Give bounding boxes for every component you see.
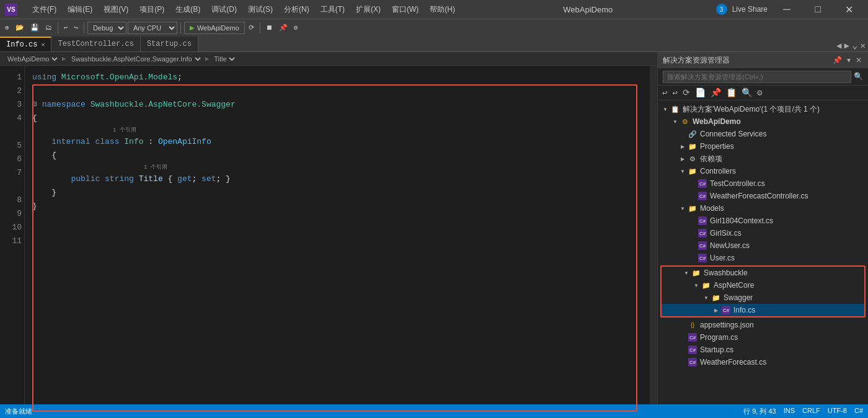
panel-tb-btn-6[interactable]: 📋 bbox=[724, 86, 738, 99]
menu-debug[interactable]: 调试(D) bbox=[206, 3, 242, 16]
tab-close-all-btn[interactable]: ✕ bbox=[861, 40, 866, 51]
aspnetcore-expand[interactable]: ▼ bbox=[691, 283, 701, 288]
swagger-expand[interactable]: ▼ bbox=[701, 295, 711, 301]
menu-build[interactable]: 生成(B) bbox=[170, 3, 205, 16]
menu-edit[interactable]: 编辑(E) bbox=[63, 3, 97, 16]
panel-close-btn[interactable]: ✕ bbox=[854, 55, 863, 66]
infocs-expand[interactable]: ▶ bbox=[711, 308, 721, 313]
menu-project[interactable]: 项目(P) bbox=[135, 3, 169, 16]
tree-girlsix[interactable]: C# GirlSix.cs bbox=[658, 227, 868, 239]
toolbar-btn-extra1[interactable]: ⏹ bbox=[264, 22, 275, 33]
toolbar-btn-extra3[interactable]: ⚙ bbox=[291, 22, 301, 33]
models-expand[interactable]: ▼ bbox=[678, 206, 688, 211]
tree-connected-services[interactable]: 🔗 Connected Services bbox=[658, 128, 868, 140]
tab-scroll-left[interactable]: ◀ bbox=[836, 40, 841, 51]
live-share-button[interactable]: Live Share bbox=[732, 5, 768, 14]
properties-expand[interactable]: ▶ bbox=[678, 144, 688, 149]
breadcrumb-project[interactable]: WebApiDemo bbox=[5, 55, 60, 63]
panel-tb-btn-4[interactable]: 📄 bbox=[693, 86, 707, 99]
tree-solution[interactable]: ▼ 📋 解决方案'WebApiDemo'(1 个项目/共 1 个) bbox=[658, 103, 868, 115]
tab-testcontroller[interactable]: TestController.cs bbox=[51, 37, 140, 51]
panel-tb-btn-7[interactable]: 🔍 bbox=[740, 86, 754, 99]
tree-project[interactable]: ▼ ⚙ WebApiDemo bbox=[658, 115, 868, 128]
debug-mode-dropdown[interactable]: Debug bbox=[87, 22, 126, 34]
tree-girl1804[interactable]: C# Girl1804Context.cs bbox=[658, 215, 868, 227]
tab-scroll-right[interactable]: ▶ bbox=[844, 40, 849, 51]
properties-folder-icon: 📁 bbox=[688, 141, 698, 151]
maximize-button[interactable]: □ bbox=[804, 0, 832, 19]
tree-area[interactable]: ▼ 📋 解决方案'WebApiDemo'(1 个项目/共 1 个) ▼ ⚙ We… bbox=[658, 100, 868, 418]
project-expand[interactable]: ▼ bbox=[670, 119, 680, 125]
swashbuckle-expand[interactable]: ▼ bbox=[681, 270, 691, 276]
redo-btn[interactable]: ↪ bbox=[71, 22, 81, 33]
menu-tools[interactable]: 工具(T) bbox=[316, 3, 350, 16]
panel-tb-btn-8[interactable]: ⚙ bbox=[755, 86, 764, 99]
menu-test[interactable]: 测试(S) bbox=[243, 3, 278, 16]
refresh-btn[interactable]: ⟳ bbox=[246, 22, 257, 33]
status-encoding[interactable]: UTF-8 bbox=[828, 407, 847, 416]
status-ins[interactable]: INS bbox=[784, 407, 795, 416]
undo-btn[interactable]: ↩ bbox=[61, 22, 71, 33]
panel-tb-btn-2[interactable]: ↩ bbox=[670, 86, 679, 99]
tree-swagger[interactable]: ▼ 📁 Swagger bbox=[662, 291, 864, 304]
tree-dependencies[interactable]: ▶ ⚙ 依赖项 bbox=[658, 153, 868, 165]
panel-pin-btn[interactable]: 📌 bbox=[831, 55, 843, 66]
menu-help[interactable]: 帮助(H) bbox=[425, 3, 460, 16]
tree-controllers[interactable]: ▼ 📁 Controllers bbox=[658, 165, 868, 177]
tree-properties[interactable]: ▶ 📁 Properties bbox=[658, 140, 868, 153]
breadcrumb-member[interactable]: Title bbox=[211, 55, 237, 63]
editor-content[interactable]: 1 2 3 4 5 6 7 8 9 10 11 bbox=[0, 66, 657, 418]
tree-info-cs[interactable]: ▶ C# Info.cs bbox=[662, 304, 864, 316]
notification-badge[interactable]: 3 bbox=[716, 4, 727, 15]
tree-testcontroller[interactable]: C# TestController.cs bbox=[658, 177, 868, 190]
minimize-button[interactable]: ─ bbox=[773, 0, 801, 19]
tree-program[interactable]: C# Program.cs bbox=[658, 331, 868, 344]
tree-weatherforecastcontroller[interactable]: C# WeatherForecastController.cs bbox=[658, 190, 868, 202]
panel-dropdown-btn[interactable]: ▾ bbox=[846, 55, 852, 66]
status-position[interactable]: 行 9, 列 43 bbox=[743, 407, 776, 416]
breadcrumb-namespace[interactable]: Swashbuckle.AspNetCore.Swagger.Info bbox=[69, 55, 203, 63]
status-crlf[interactable]: CRLF bbox=[802, 407, 820, 416]
solution-expand[interactable]: ▼ bbox=[660, 107, 670, 112]
testcontroller-label: TestController.cs bbox=[710, 179, 765, 188]
tree-weatherforecast[interactable]: C# WeatherForecast.cs bbox=[658, 356, 868, 368]
panel-tb-btn-5[interactable]: 📌 bbox=[709, 86, 723, 99]
menu-extensions[interactable]: 扩展(X) bbox=[351, 3, 386, 16]
menu-view[interactable]: 视图(V) bbox=[99, 3, 133, 16]
panel-title-bar: 解决方案资源管理器 📌 ▾ ✕ bbox=[658, 52, 868, 68]
window-controls: ─ □ ✕ bbox=[773, 0, 863, 19]
tree-appsettings[interactable]: {} appsettings.json bbox=[658, 319, 868, 331]
save-all-btn[interactable]: 🗂 bbox=[43, 22, 55, 33]
panel-tb-btn-1[interactable]: ↩ bbox=[660, 86, 669, 99]
open-btn[interactable]: 📂 bbox=[13, 22, 27, 33]
testcontroller-expand bbox=[688, 181, 698, 187]
new-project-btn[interactable]: ⊕ bbox=[2, 22, 12, 33]
editor-scrollbar[interactable] bbox=[650, 66, 657, 418]
code-area[interactable]: using Microsoft.OpenApi.Models; ⊟ namesp… bbox=[25, 66, 650, 418]
menu-window[interactable]: 窗口(W) bbox=[387, 3, 423, 16]
tab-dropdown-btn[interactable]: ⌄ bbox=[852, 39, 858, 51]
panel-tb-btn-3[interactable]: ⟳ bbox=[681, 86, 692, 99]
cpu-mode-dropdown[interactable]: Any CPU bbox=[128, 22, 177, 34]
tree-startup[interactable]: C# Startup.cs bbox=[658, 344, 868, 356]
tree-models[interactable]: ▼ 📁 Models bbox=[658, 202, 868, 215]
tree-aspnetcore[interactable]: ▼ 📁 AspNetCore bbox=[662, 279, 864, 291]
tab-info-cs[interactable]: Info.cs ✕ bbox=[0, 37, 51, 51]
status-lang[interactable]: C# bbox=[854, 407, 863, 416]
tree-user[interactable]: C# User.cs bbox=[658, 252, 868, 264]
tab-startup[interactable]: Startup.cs bbox=[141, 37, 198, 51]
menu-file[interactable]: 文件(F) bbox=[27, 3, 61, 16]
dependencies-expand[interactable]: ▶ bbox=[678, 156, 688, 162]
save-btn[interactable]: 💾 bbox=[28, 22, 42, 33]
close-button[interactable]: ✕ bbox=[835, 0, 863, 19]
menu-analyze[interactable]: 分析(N) bbox=[279, 3, 314, 16]
tree-newuser[interactable]: C# NewUser.cs bbox=[658, 239, 868, 252]
program-label: Program.cs bbox=[700, 333, 738, 342]
toolbar-btn-extra2[interactable]: 📌 bbox=[277, 22, 290, 33]
run-button[interactable]: ▶ WebApiDemo bbox=[184, 22, 245, 34]
controllers-expand[interactable]: ▼ bbox=[678, 169, 688, 174]
tree-swashbuckle[interactable]: ▼ 📁 Swashbuckle bbox=[662, 267, 864, 279]
panel-search-input[interactable] bbox=[663, 71, 851, 83]
tab-info-cs-close[interactable]: ✕ bbox=[41, 41, 45, 48]
panel-search-icon[interactable]: 🔍 bbox=[854, 72, 863, 81]
